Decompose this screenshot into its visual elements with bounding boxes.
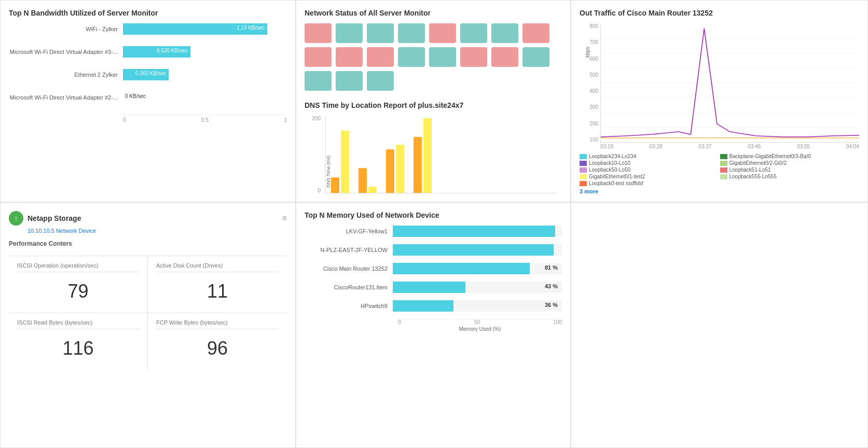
metric-card: Active Disk Count (Drives) 11 [148, 256, 287, 313]
dns-bar [368, 187, 377, 193]
status-box [522, 47, 549, 67]
legend-item: Backplane-GigabitEthernet0/3-Ba/0 [720, 153, 860, 159]
legend-color [720, 167, 727, 173]
memory-bar-container [393, 226, 562, 237]
dns-title: DNS Time by Location Report of plus.site… [305, 101, 562, 109]
bandwidth-bar-row: WiFi - Zylker 1.13 KB/sec [9, 23, 287, 35]
status-box [460, 47, 487, 67]
memory-bar-fill [393, 244, 554, 256]
bar-value: 0.360 KB/sec [135, 71, 166, 76]
memory-bar-label: LKV-GF-Yellow1 [305, 228, 393, 234]
bar-fill: 0.520 KB/sec [123, 46, 190, 58]
metric-value: 11 [156, 276, 279, 306]
legend-item: GigabitEthernet0/2-Gi0/2 [720, 160, 860, 166]
status-box [305, 23, 332, 43]
memory-bar-row: HPswitch9 36 % [305, 300, 562, 312]
netapp-menu[interactable]: ≡ [282, 214, 287, 223]
metric-label: ISCSI Read Bytes (bytes/sec) [17, 319, 139, 329]
status-box [336, 71, 363, 91]
legend-color [580, 181, 587, 186]
memory-bar-row: CiscoRouter131.Item 43 % [305, 282, 562, 293]
network-dns-panel: Network Status of All Server Monitor DNS… [296, 0, 571, 202]
legend-color [580, 161, 587, 166]
memory-bar-container: 43 % [393, 282, 562, 293]
status-box [460, 23, 487, 43]
bandwidth-bar-row: Microsoft Wi-Fi Direct Virtual Adapter #… [9, 92, 287, 103]
memory-bar-label: HPswitch9 [305, 303, 393, 309]
bandwidth-panel: Top N Bandwidth Utilized of Server Monit… [0, 0, 296, 202]
status-box [367, 47, 394, 67]
legend-label: GigabitEthernet0/2-Gi0/2 [729, 160, 787, 166]
dns-bar [396, 145, 404, 193]
legend-label: Loopback234-Lo234 [589, 153, 636, 159]
traffic-y-ticks: 800 700 600 500 400 300 200 100 [580, 23, 600, 143]
bandwidth-bar-row: Ethernet 2 Zylker 0.360 KB/sec [9, 69, 287, 80]
dns-section: DNS Time by Location Report of plus.site… [305, 101, 562, 209]
memory-bar-fill [393, 300, 453, 312]
memory-bar-row: Cisco Main Router 13252 81 % [305, 263, 562, 274]
memory-bar-fill [393, 282, 465, 293]
traffic-chart-area [600, 23, 859, 143]
memory-panel: Top N Memory Used of Network Device LKV-… [296, 202, 571, 448]
memory-bar-pct: 36 % [545, 302, 558, 308]
legend-item: Loopback234-Lo234 [580, 153, 719, 159]
bar-label: Microsoft Wi-Fi Direct Virtual Adapter #… [9, 49, 123, 55]
bandwidth-bar-row: Microsoft Wi-Fi Direct Virtual Adapter #… [9, 46, 287, 58]
metric-label: Active Disk Count (Drives) [156, 262, 279, 272]
dns-bar [414, 137, 422, 193]
status-box [429, 47, 456, 67]
status-box [336, 47, 363, 67]
metric-value: 96 [156, 333, 279, 363]
bandwidth-title: Top N Bandwidth Utilized of Server Monit… [9, 9, 287, 17]
legend-item: GigabitEthernet0/1-test2 [580, 174, 719, 179]
memory-x-label: Memory Used (%) [398, 326, 562, 332]
bar-fill: 0.360 KB/sec [123, 69, 169, 80]
bar-label: Ethernet 2 Zylker [9, 72, 123, 78]
legend-color [720, 174, 727, 179]
memory-x-ticks: 0 50 100 [398, 319, 562, 325]
dns-group [414, 118, 432, 193]
metric-label: FCP Write Bytes (bytes/sec) [156, 319, 279, 329]
memory-bar-pct: 81 % [545, 264, 558, 271]
bar-label: Microsoft Wi-Fi Direct Virtual Adapter #… [9, 94, 123, 101]
metric-card: ISCSI Operation (operation/sec) 79 [9, 256, 148, 313]
memory-bar-label: CiscoRouter131.Item [305, 284, 393, 290]
legend-label: Loopback10-Lo10 [589, 160, 630, 166]
status-box [398, 47, 425, 67]
traffic-panel: Out Traffic of Cisco Main Router 13252 k… [571, 0, 868, 202]
memory-bars: LKV-GF-Yellow1 N-PLZ-EAST-2F-YELLOW Cisc… [305, 226, 562, 312]
legend-color [580, 174, 587, 179]
bandwidth-bar-chart: WiFi - Zylker 1.13 KB/sec Microsoft Wi-F… [9, 23, 287, 123]
bar-label: WiFi - Zylker [9, 26, 123, 32]
bar-value: 0.520 KB/sec [157, 48, 187, 53]
bar-value: 1.13 KB/sec [237, 25, 265, 31]
perf-title: Performance Conters [9, 240, 287, 247]
netapp-title: Netapp Storage [27, 214, 81, 222]
metrics-grid: ISCSI Operation (operation/sec) 79 Activ… [9, 256, 287, 370]
status-box [367, 23, 394, 43]
legend-item: Loopback0-test ssdfldsf [580, 180, 719, 186]
memory-bar-label: Cisco Main Router 13252 [305, 265, 393, 272]
memory-bar-row: N-PLZ-EAST-2F-YELLOW [305, 244, 562, 256]
dns-bar [423, 118, 432, 193]
legend-label: Loopback0-test ssdfldsf [589, 180, 643, 186]
more-link[interactable]: 3 more [580, 188, 859, 194]
dns-bar [331, 177, 339, 193]
metric-card: ISCSI Read Bytes (bytes/sec) 116 [9, 313, 148, 370]
legend-item: Loopback50-Lo50 [580, 167, 719, 173]
dns-bar [359, 168, 367, 193]
memory-bar-fill [393, 226, 555, 237]
kbps-label: kbps [585, 47, 590, 58]
bar-container: 1.13 KB/sec [123, 23, 287, 35]
status-box [522, 23, 549, 43]
memory-bar-fill [393, 263, 530, 274]
status-box [491, 23, 518, 43]
memory-bar-row: LKV-GF-Yellow1 [305, 226, 562, 237]
netapp-header: ↑ Netapp Storage ≡ [9, 211, 287, 226]
status-box [398, 23, 425, 43]
bar-fill: 1.13 KB/sec [123, 23, 267, 35]
bar-container: 0.360 KB/sec [123, 69, 287, 80]
dns-bar [341, 131, 349, 193]
traffic-svg [601, 23, 859, 142]
dns-group [331, 131, 349, 193]
